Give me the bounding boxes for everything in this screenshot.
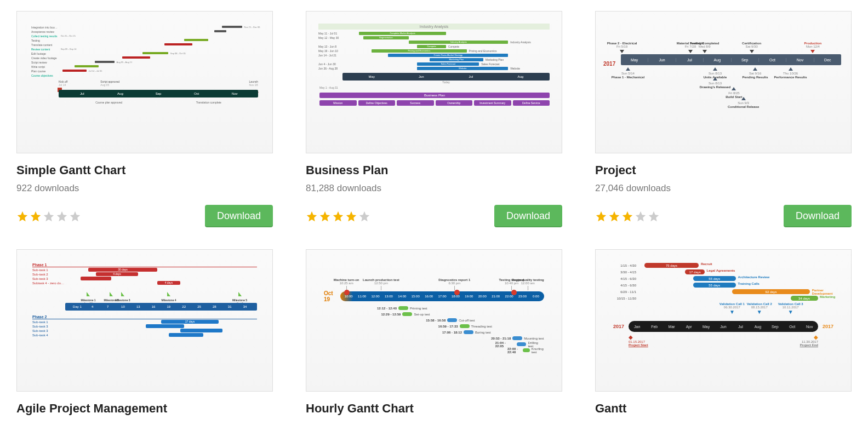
downloads-count: 81,288 downloads	[306, 183, 562, 194]
template-card: Machine turn-on10:25 amLaunch production…	[306, 249, 562, 416]
downloads-count: 27,046 downloads	[595, 183, 852, 194]
rating-stars	[16, 210, 81, 222]
template-thumbnail[interactable]: 2017Material AvailableFri 7/28Phase 2 - …	[595, 11, 852, 153]
card-footer: Download	[306, 205, 562, 227]
template-card: Integration into booking systemNov 21 - …	[16, 11, 273, 227]
star-icon	[69, 210, 81, 222]
download-button[interactable]: Download	[784, 205, 852, 227]
template-thumbnail[interactable]: Integration into booking systemNov 21 - …	[16, 11, 273, 153]
star-icon	[332, 210, 344, 222]
star-icon	[319, 210, 331, 222]
template-card: 2017Material AvailableFri 7/28Phase 2 - …	[595, 11, 852, 227]
template-title: Agile Project Management	[16, 401, 273, 416]
star-icon	[358, 210, 370, 222]
star-icon	[345, 210, 357, 222]
card-footer: Download	[16, 205, 273, 227]
template-title: Hourly Gantt Chart	[306, 401, 562, 416]
star-icon	[595, 210, 607, 222]
template-card: Phase 1Sub-task 130 daysSub-task 24 days…	[16, 249, 273, 416]
card-footer: Download	[595, 205, 852, 227]
download-button[interactable]: Download	[494, 205, 562, 227]
template-thumbnail[interactable]: Machine turn-on10:25 amLaunch production…	[306, 249, 562, 392]
template-title: Business Plan	[306, 163, 562, 177]
template-title: Gantt	[595, 401, 852, 416]
template-title: Project	[595, 163, 852, 177]
star-icon	[43, 210, 55, 222]
template-title: Simple Gantt Chart	[16, 163, 273, 177]
star-icon	[30, 210, 42, 222]
star-icon	[16, 210, 28, 222]
star-icon	[608, 210, 620, 222]
template-thumbnail[interactable]: Industry AnalysisMay 11 - Jul 01Complete…	[306, 11, 562, 153]
template-card: 1/15 - 4/3075 daysRecruit3/30 - 4/1517 d…	[595, 249, 852, 416]
star-icon	[635, 210, 647, 222]
downloads-count: 922 downloads	[16, 183, 273, 194]
rating-stars	[595, 210, 660, 222]
template-card: Industry AnalysisMay 11 - Jul 01Complete…	[306, 11, 562, 227]
star-icon	[648, 210, 660, 222]
template-grid: Integration into booking systemNov 21 - …	[16, 11, 852, 416]
download-button[interactable]: Download	[205, 205, 273, 227]
template-thumbnail[interactable]: 1/15 - 4/3075 daysRecruit3/30 - 4/1517 d…	[595, 249, 852, 392]
rating-stars	[306, 210, 370, 222]
star-icon	[306, 210, 318, 222]
star-icon	[621, 210, 633, 222]
star-icon	[56, 210, 68, 222]
template-thumbnail[interactable]: Phase 1Sub-task 130 daysSub-task 24 days…	[16, 249, 273, 392]
